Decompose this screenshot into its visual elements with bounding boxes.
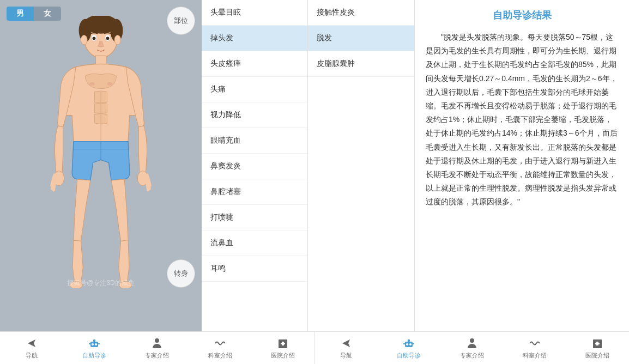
- svg-point-27: [155, 338, 159, 343]
- diseases-column: 接触性皮炎脱发皮脂腺囊肿: [308, 0, 414, 331]
- robot-icon: [402, 337, 415, 350]
- svg-point-18: [119, 282, 132, 289]
- disease-item[interactable]: 皮脂腺囊肿: [308, 51, 414, 77]
- body-model-panel: 男 女 部位: [0, 0, 202, 331]
- hospital-icon: [591, 337, 604, 350]
- svg-point-34: [409, 343, 412, 345]
- body-area-button[interactable]: 部位: [167, 7, 195, 35]
- wave-icon: [528, 337, 541, 350]
- svg-point-6: [93, 37, 96, 40]
- svg-point-21: [92, 343, 94, 345]
- svg-point-7: [106, 37, 110, 40]
- turn-button[interactable]: 转身: [167, 259, 195, 288]
- nav-label: 医院介绍: [271, 351, 295, 360]
- nav-item-医院介绍[interactable]: 医院介绍: [566, 332, 629, 364]
- nav-item-专家介绍[interactable]: 专家介绍: [440, 332, 503, 364]
- svg-rect-30: [281, 343, 285, 344]
- hospital-icon: [276, 337, 289, 350]
- svg-point-17: [70, 282, 82, 289]
- svg-point-9: [114, 35, 121, 45]
- diagnosis-panel: 自助导诊结果 "脱发是头发脱落的现象。每天要脱落50～75根，这是因为毛发的生长…: [414, 0, 629, 331]
- nav-label: 导航: [26, 351, 38, 360]
- svg-marker-31: [342, 339, 350, 347]
- nav-item-导航[interactable]: 导航: [315, 332, 378, 364]
- disease-item[interactable]: 接触性皮炎: [308, 0, 414, 26]
- svg-point-12: [107, 82, 113, 86]
- svg-point-39: [470, 338, 474, 343]
- symptom-item[interactable]: 头晕目眩: [202, 0, 307, 26]
- nav-item-科室介绍[interactable]: 科室介绍: [189, 332, 251, 364]
- symptom-item[interactable]: 视力降低: [202, 102, 307, 128]
- nav-label: 科室介绍: [523, 351, 547, 360]
- diagnosis-title: 自助导诊结果: [426, 9, 618, 22]
- symptom-item[interactable]: 眼睛充血: [202, 128, 307, 154]
- nav-item-自助导诊[interactable]: 自助导诊: [378, 332, 440, 364]
- nav-label: 专家介绍: [460, 351, 484, 360]
- nav-icon: [25, 337, 38, 350]
- bottom-nav-right: 导航自助导诊专家介绍科室介绍医院介绍: [315, 332, 630, 364]
- robot-icon: [88, 337, 101, 350]
- nav-label: 导航: [340, 351, 352, 360]
- doctor-icon: [465, 337, 479, 350]
- nav-item-专家介绍[interactable]: 专家介绍: [126, 332, 189, 364]
- svg-point-33: [406, 343, 408, 345]
- nav-item-医院介绍[interactable]: 医院介绍: [251, 332, 314, 364]
- nav-label: 自助导诊: [397, 351, 421, 360]
- wave-icon: [214, 337, 227, 350]
- nav-item-自助导诊[interactable]: 自助导诊: [63, 332, 125, 364]
- body-figure[interactable]: [0, 5, 202, 299]
- svg-point-11: [89, 82, 95, 86]
- nav-label: 自助导诊: [82, 351, 106, 360]
- doctor-icon: [150, 337, 164, 350]
- disease-item[interactable]: 脱发: [308, 26, 414, 51]
- nav-item-科室介绍[interactable]: 科室介绍: [503, 332, 566, 364]
- nav-icon: [340, 337, 353, 350]
- svg-marker-19: [28, 339, 35, 347]
- symptoms-column: 头晕目眩掉头发头皮瘙痒头痛视力降低眼睛充血鼻窦发炎鼻腔堵塞打喷嚏流鼻血耳鸣: [202, 0, 308, 331]
- bottom-nav-left: 导航自助导诊专家介绍科室介绍医院介绍: [0, 332, 315, 364]
- symptom-item[interactable]: 掉头发: [202, 26, 307, 51]
- bottom-navigation: 导航自助导诊专家介绍科室介绍医院介绍 导航自助导诊专家介绍科室介绍医院介绍: [0, 331, 629, 364]
- nav-label: 科室介绍: [208, 351, 232, 360]
- symptom-item[interactable]: 头痛: [202, 77, 307, 102]
- symptom-item[interactable]: 流鼻血: [202, 230, 307, 256]
- svg-point-22: [95, 343, 97, 345]
- symptom-item[interactable]: 鼻腔堵塞: [202, 179, 307, 205]
- symptom-item[interactable]: 头皮瘙痒: [202, 51, 307, 77]
- male-gender-button[interactable]: 男: [7, 7, 34, 21]
- nav-label: 医院介绍: [585, 351, 609, 360]
- svg-rect-42: [595, 343, 600, 344]
- symptom-item[interactable]: 鼻窦发炎: [202, 154, 307, 179]
- symptom-item[interactable]: 打喷嚏: [202, 205, 307, 230]
- symptom-item[interactable]: 耳鸣: [202, 256, 307, 282]
- female-gender-button[interactable]: 女: [34, 7, 61, 21]
- nav-item-导航[interactable]: 导航: [0, 332, 63, 364]
- diagnosis-content: "脱发是头发脱落的现象。每天要脱落50～75根，这是因为毛发的生长具有周期性，即…: [426, 31, 618, 209]
- gender-toggle[interactable]: 男 女: [7, 7, 61, 21]
- svg-point-8: [81, 35, 87, 45]
- symptoms-panel: 头晕目眩掉头发头皮瘙痒头痛视力降低眼睛充血鼻窦发炎鼻腔堵塞打喷嚏流鼻血耳鸣 接触…: [202, 0, 414, 331]
- nav-label: 专家介绍: [145, 351, 169, 360]
